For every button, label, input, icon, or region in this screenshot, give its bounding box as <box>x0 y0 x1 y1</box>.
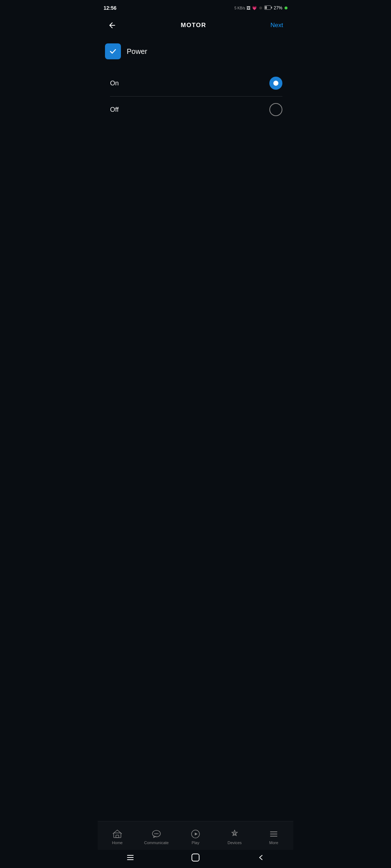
radio-row-off[interactable]: Off <box>106 97 286 123</box>
nav-label-communicate: Communicate <box>144 841 169 845</box>
radio-options: On Off <box>106 70 286 123</box>
radio-button-on[interactable] <box>269 77 282 90</box>
nav-item-devices[interactable]: Devices <box>215 827 254 846</box>
toolbar: MOTOR Next <box>98 14 293 36</box>
nav-item-communicate[interactable]: Communicate <box>137 827 176 846</box>
play-icon <box>190 829 201 839</box>
back-system-button[interactable] <box>250 852 272 864</box>
health-icon: 💗 <box>252 6 257 10</box>
nav-item-play[interactable]: Play <box>176 827 215 846</box>
power-checkbox[interactable] <box>105 43 121 59</box>
system-nav <box>98 850 293 868</box>
communicate-icon <box>151 829 161 839</box>
more-icon <box>269 829 279 839</box>
radio-label-on: On <box>110 80 119 87</box>
svg-point-7 <box>156 833 157 834</box>
devices-icon <box>230 829 240 839</box>
bottom-nav: Home Communicate Play <box>98 821 293 850</box>
dot-indicator <box>259 7 262 9</box>
svg-point-10 <box>234 833 236 835</box>
kb-indicator: 5 KB/s <box>235 6 245 10</box>
nav-label-more: More <box>269 841 278 845</box>
status-icons: 5 KB/s 🖼 💗 27% <box>235 5 288 10</box>
green-dot <box>285 7 287 9</box>
power-row: Power <box>105 43 286 59</box>
nav-item-home[interactable]: Home <box>98 827 137 846</box>
page-title: MOTOR <box>181 22 206 29</box>
nav-label-play: Play <box>192 841 199 845</box>
radio-row-on[interactable]: On <box>106 70 286 96</box>
svg-rect-2 <box>271 7 272 9</box>
svg-point-6 <box>155 833 156 834</box>
radio-label-off: Off <box>110 106 119 114</box>
radio-button-off[interactable] <box>269 103 282 116</box>
svg-rect-17 <box>192 854 199 861</box>
status-bar: 12:56 5 KB/s 🖼 💗 27% <box>98 0 293 14</box>
radio-circle-off <box>269 103 282 116</box>
battery-percent: 27% <box>274 5 282 10</box>
next-button[interactable]: Next <box>268 20 286 30</box>
status-time: 12:56 <box>104 5 117 11</box>
photo-icon: 🖼 <box>247 6 251 10</box>
main-content: Power On Off <box>98 36 293 821</box>
home-icon <box>112 829 122 839</box>
recent-apps-button[interactable] <box>119 852 141 864</box>
power-label: Power <box>127 47 147 56</box>
battery-icon <box>264 5 272 10</box>
nav-label-home: Home <box>112 841 122 845</box>
nav-item-more[interactable]: More <box>254 827 293 846</box>
back-button[interactable] <box>105 20 119 31</box>
home-system-button[interactable] <box>184 852 207 865</box>
svg-rect-4 <box>116 835 119 838</box>
svg-rect-1 <box>265 6 267 9</box>
nav-label-devices: Devices <box>227 841 241 845</box>
svg-point-8 <box>157 833 159 834</box>
radio-circle-on <box>269 77 282 90</box>
